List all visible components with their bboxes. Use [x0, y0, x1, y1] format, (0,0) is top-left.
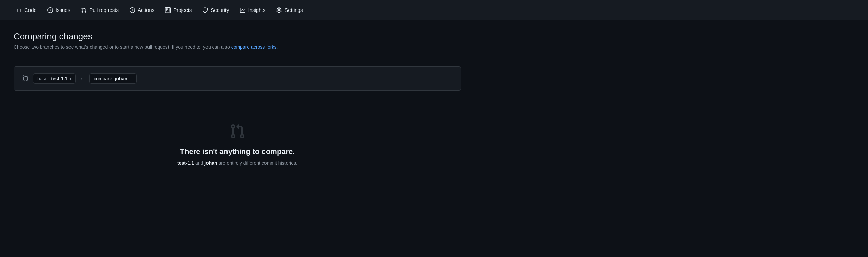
security-icon [202, 7, 208, 13]
issues-icon [47, 7, 53, 13]
nav-label-settings: Settings [284, 7, 303, 13]
pull-request-icon [81, 7, 86, 13]
nav-label-issues: Issues [56, 7, 70, 13]
empty-state-description: test-1.1 and johan are entirely differen… [177, 160, 297, 166]
actions-icon [130, 7, 135, 13]
base-branch-select[interactable]: base: test-1.1 ▾ [33, 73, 76, 84]
nav-item-settings[interactable]: Settings [271, 0, 308, 20]
nav-label-pull-requests: Pull requests [89, 7, 119, 13]
nav-item-security[interactable]: Security [197, 0, 234, 20]
nav-label-security: Security [211, 7, 229, 13]
nav-item-code[interactable]: Code [11, 0, 42, 20]
nav-label-projects: Projects [173, 7, 192, 13]
empty-state-icon [229, 123, 245, 141]
insights-icon [240, 7, 245, 13]
compare-across-forks-link[interactable]: compare across forks. [231, 44, 278, 50]
nav-bar: Code Issues Pull requests Actions [0, 0, 868, 20]
nav-item-pull-requests[interactable]: Pull requests [76, 0, 124, 20]
compare-label: compare: [94, 76, 113, 81]
base-branch-name: test-1.1 [51, 76, 67, 81]
branch-1-name: test-1.1 [177, 160, 194, 166]
description-middle: and [194, 160, 204, 166]
base-chevron-icon: ▾ [70, 77, 71, 81]
empty-state-title: There isn't anything to compare. [180, 147, 295, 156]
nav-item-issues[interactable]: Issues [42, 0, 76, 20]
main-content: Comparing changes Choose two branches to… [0, 20, 475, 193]
nav-item-actions[interactable]: Actions [124, 0, 160, 20]
compare-branch-select[interactable]: compare: johan [89, 73, 137, 84]
empty-state: There isn't anything to compare. test-1.… [14, 107, 461, 182]
branch-2-name: johan [204, 160, 217, 166]
compare-branch-name: johan [115, 76, 127, 81]
nav-label-actions: Actions [138, 7, 154, 13]
section-divider [14, 58, 461, 58]
arrow-right-icon: ← [80, 76, 85, 82]
nav-label-insights: Insights [248, 7, 266, 13]
nav-item-insights[interactable]: Insights [235, 0, 271, 20]
description-end: are entirely different commit histories. [217, 160, 297, 166]
page-description: Choose two branches to see what's change… [14, 44, 461, 50]
projects-icon [165, 7, 171, 13]
compare-branches-icon [22, 75, 29, 83]
base-label: base: [37, 76, 49, 81]
nav-item-projects[interactable]: Projects [160, 0, 197, 20]
page-title: Comparing changes [14, 31, 461, 42]
settings-icon [276, 7, 282, 13]
code-icon [16, 7, 22, 13]
description-prefix: Choose two branches to see what's change… [14, 44, 230, 50]
compare-box: base: test-1.1 ▾ ← compare: johan [14, 66, 461, 91]
nav-label-code: Code [24, 7, 37, 13]
